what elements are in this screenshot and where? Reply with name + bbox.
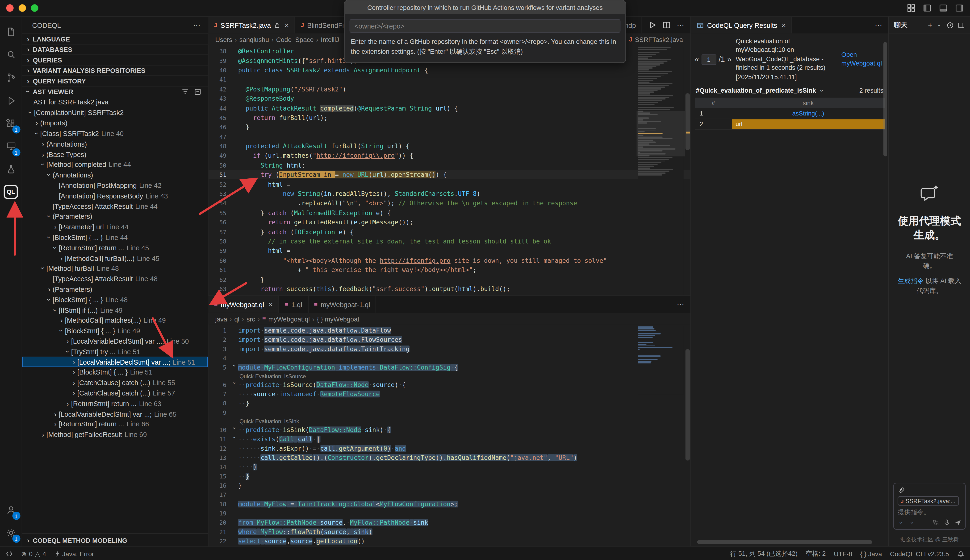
- scrollbar[interactable]: [686, 93, 690, 150]
- result-page-input[interactable]: 1: [701, 54, 716, 65]
- indentation[interactable]: 空格: 2: [806, 549, 826, 558]
- code-line[interactable]: 8··}: [209, 398, 691, 408]
- more-actions-icon[interactable]: ⋯: [875, 21, 882, 30]
- ast-tree-item[interactable]: ›(Parameters): [22, 212, 208, 222]
- toggle-primary-sidebar-icon[interactable]: [923, 4, 932, 12]
- sidebar-section-language[interactable]: ›LANGUAGE: [22, 33, 208, 44]
- scrollbar[interactable]: [697, 540, 872, 544]
- code-line[interactable]: 16}: [209, 481, 691, 490]
- chevron-down-icon[interactable]: ›: [936, 22, 942, 28]
- sidebar-section-ast-viewer[interactable]: › AST VIEWER: [22, 86, 208, 97]
- codelens-quick-evaluation[interactable]: Quick Evaluation: isSource: [209, 372, 691, 380]
- remote-explorer-icon[interactable]: 1: [0, 135, 22, 158]
- code-line[interactable]: 56 return getFailedResult(e.getMessage()…: [209, 218, 691, 227]
- code-line[interactable]: 40public class SSRFTask2 extends Assignm…: [209, 65, 691, 75]
- more-actions-icon[interactable]: ⋯: [677, 300, 684, 309]
- code-line[interactable]: 20from·MyFlow::PathNode·source,·MyFlow::…: [209, 518, 691, 527]
- ast-tree-item[interactable]: ›[Parameter] urlLine 44: [22, 222, 208, 232]
- accounts-icon[interactable]: 1: [0, 498, 22, 521]
- explorer-icon[interactable]: [0, 20, 22, 43]
- collapse-all-icon[interactable]: [194, 87, 202, 95]
- ast-tree-item[interactable]: ›[Method] completedLine 44: [22, 160, 208, 170]
- sidebar-section-variant-analysis-repositories[interactable]: ›VARIANT ANALYSIS REPOSITORIES: [22, 65, 208, 75]
- minimize-window-button[interactable]: [18, 4, 26, 12]
- code-line[interactable]: 50 String html;: [209, 160, 691, 170]
- code-line[interactable]: 62 }: [209, 275, 691, 284]
- chat-input-box[interactable]: J SSRFTask2.java:... 提供指令。 › ›: [893, 483, 966, 530]
- ast-tree-item[interactable]: ›(Annotations): [22, 138, 208, 149]
- code-line[interactable]: 7····source·instanceof·RemoteFlowSource: [209, 389, 691, 398]
- encoding[interactable]: UTF-8: [834, 550, 852, 557]
- tab-ssrftask2-java[interactable]: J SSRFTask2.java ×: [209, 17, 295, 33]
- code-line[interactable]: 3import·semmle.code.java.dataflow.TaintT…: [209, 344, 691, 353]
- code-line[interactable]: 60 "<html><body>Although the http://ifco…: [209, 256, 691, 265]
- result-link-selected[interactable]: url: [732, 119, 885, 129]
- notifications-bell-icon[interactable]: [957, 550, 964, 557]
- code-line[interactable]: 47: [209, 132, 691, 142]
- code-line[interactable]: 9: [209, 408, 691, 417]
- sidebar-section-query-history[interactable]: ›QUERY HISTORY: [22, 75, 208, 86]
- sidebar-section-databases[interactable]: ›DATABASES: [22, 44, 208, 55]
- scrollbar[interactable]: [883, 42, 887, 156]
- codeql-icon[interactable]: QL: [0, 180, 22, 203]
- customize-layout-icon[interactable]: [907, 4, 916, 12]
- code-line[interactable]: 11›····exists(Call·call·|: [209, 435, 691, 444]
- code-line[interactable]: 1import·semmle.code.java.dataflow.DataFl…: [209, 326, 691, 335]
- filter-icon[interactable]: [181, 87, 189, 95]
- code-line[interactable]: 2import·semmle.code.java.dataflow.FlowSo…: [209, 335, 691, 344]
- problems-status[interactable]: ⊗0 △4: [21, 550, 46, 557]
- ast-tree-item[interactable]: ›(Parameters): [22, 284, 208, 294]
- tab-codeql-query-results[interactable]: CodeQL Query Results ×: [691, 17, 792, 33]
- code-line[interactable]: 48 protected AttackResult furBall(String…: [209, 142, 691, 151]
- ast-tree-item[interactable]: ›[BlockStmt] { ... }Line 48: [22, 294, 208, 305]
- cursor-position[interactable]: 行 51, 列 54 (已选择42): [730, 549, 798, 558]
- code-line[interactable]: 53 new String(in.readAllBytes(), Standar…: [209, 189, 691, 198]
- send-icon[interactable]: [955, 519, 961, 526]
- ast-tree-item[interactable]: ›[Class] SSRFTask2Line 40: [22, 128, 208, 138]
- ast-tree-item[interactable]: ›[LocalVariableDeclStmt] var ...;Line 50: [22, 336, 208, 346]
- code-line[interactable]: 18module·MyFlow·=·TaintTracking::Global<…: [209, 500, 691, 508]
- search-icon[interactable]: [0, 43, 22, 66]
- scrollbar[interactable]: [686, 349, 690, 460]
- minimap[interactable]: [638, 327, 684, 394]
- sidebar-more-actions-icon[interactable]: ⋯: [193, 21, 200, 30]
- ast-tree-item-selected[interactable]: ›[LocalVariableDeclStmt] var ...;Line 51: [22, 357, 208, 367]
- ast-tree-item[interactable]: ›[BlockStmt] { ... }Line 44: [22, 232, 208, 243]
- result-row-selected[interactable]: 2 url: [695, 119, 885, 130]
- toggle-secondary-sidebar-icon[interactable]: [955, 4, 964, 12]
- ast-tree-item[interactable]: ›(Base Types): [22, 149, 208, 160]
- close-icon[interactable]: ×: [781, 21, 786, 30]
- ast-tree-item[interactable]: [TypeAccess] AttackResultLine 44: [22, 201, 208, 212]
- zoom-window-button[interactable]: [31, 4, 38, 12]
- open-in-editor-icon[interactable]: [958, 21, 965, 28]
- ast-tree-item[interactable]: ›[MethodCall] furBall(...)Line 45: [22, 253, 208, 263]
- code-line[interactable]: 19: [209, 508, 691, 518]
- code-line[interactable]: 15··}: [209, 472, 691, 481]
- code-line[interactable]: 4: [209, 353, 691, 363]
- result-link[interactable]: asString(...): [732, 108, 885, 118]
- ast-tree-item[interactable]: ›[CatchClause] catch (...)Line 57: [22, 388, 208, 398]
- ast-tree-item[interactable]: ›[ReturnStmt] return ...Line 63: [22, 398, 208, 409]
- run-and-debug-icon[interactable]: [0, 89, 22, 112]
- mode-picker-chevron-icon[interactable]: ›: [898, 519, 904, 526]
- predicate-dropdown[interactable]: #Quick_evaluation_of_predicate_isSink ›: [696, 87, 825, 94]
- ast-tree-item[interactable]: ›[ReturnStmt] return ...Line 66: [22, 419, 208, 430]
- testing-icon[interactable]: [0, 158, 22, 180]
- prev-result-button[interactable]: «: [695, 55, 699, 63]
- context-chip[interactable]: J SSRFTask2.java:...: [898, 497, 958, 505]
- code-line[interactable]: 10›··predicate·isSink(DataFlow::Node·sin…: [209, 425, 691, 434]
- code-line[interactable]: 41: [209, 75, 691, 84]
- new-chat-icon[interactable]: +: [928, 21, 932, 30]
- code-line[interactable]: 55 } catch (MalformedURLException e) {: [209, 208, 691, 218]
- ast-tree-item[interactable]: ›[TryStmt] try ...Line 51: [22, 346, 208, 357]
- close-window-button[interactable]: [6, 4, 13, 12]
- code-line[interactable]: 6›··predicate·isSource(DataFlow::Node·so…: [209, 380, 691, 389]
- sidebar-section-queries[interactable]: ›QUERIES: [22, 55, 208, 65]
- code-line[interactable]: 45 return furBall(url);: [209, 113, 691, 122]
- code-line[interactable]: 59 html =: [209, 246, 691, 255]
- code-line[interactable]: 54 .replaceAll("\n", "<br>"); // Otherwi…: [209, 198, 691, 208]
- ast-tree-item[interactable]: ›[CatchClause] catch (...)Line 55: [22, 378, 208, 388]
- source-control-icon[interactable]: [0, 66, 22, 89]
- remote-indicator[interactable]: [6, 550, 13, 557]
- code-line[interactable]: 42 @PostMapping("/SSRF/task2"): [209, 84, 691, 94]
